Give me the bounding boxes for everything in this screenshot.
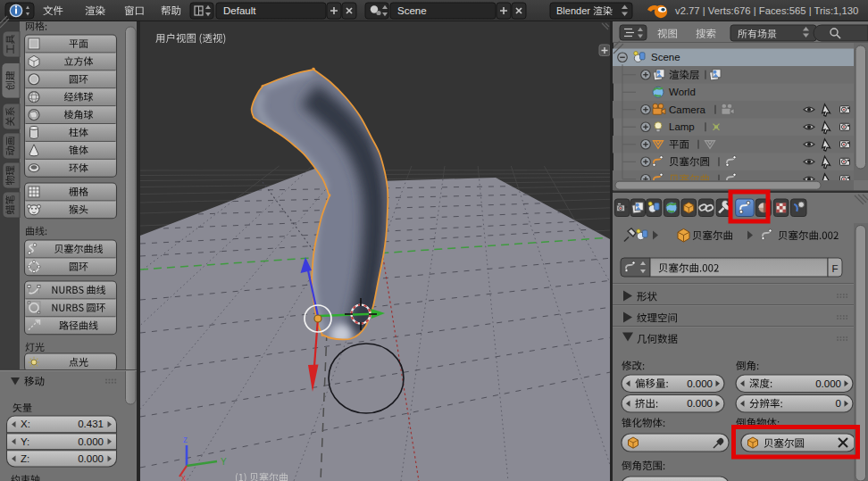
svg-text:Blender: Blender (556, 5, 590, 16)
svg-text:World: World (669, 87, 696, 97)
svg-text:0.000: 0.000 (687, 398, 713, 409)
svg-text:0.000: 0.000 (78, 453, 104, 464)
svg-text:0.000: 0.000 (78, 436, 104, 447)
svg-text:Y: Y (221, 457, 227, 467)
svg-text:0: 0 (836, 398, 841, 409)
svg-text:0.431: 0.431 (78, 419, 104, 429)
svg-text:F: F (832, 263, 839, 274)
svg-text:Scene: Scene (651, 52, 680, 62)
svg-text:Scene: Scene (397, 5, 427, 16)
svg-text:0.000: 0.000 (687, 378, 713, 389)
svg-text:0.000: 0.000 (815, 378, 841, 389)
svg-text:Camera: Camera (669, 104, 706, 115)
svg-text:z: z (183, 435, 188, 444)
svg-text:X:: X: (21, 419, 30, 429)
svg-text:x: x (181, 473, 186, 481)
svg-text:Lamp: Lamp (669, 121, 695, 132)
svg-text:v2.77 | Verts:676 | Faces:565: v2.77 | Verts:676 | Faces:565 | Tris:1,1… (675, 5, 858, 16)
svg-text:Default: Default (223, 5, 256, 16)
svg-text:Y:: Y: (21, 436, 29, 447)
svg-text:Z:: Z: (21, 453, 29, 464)
